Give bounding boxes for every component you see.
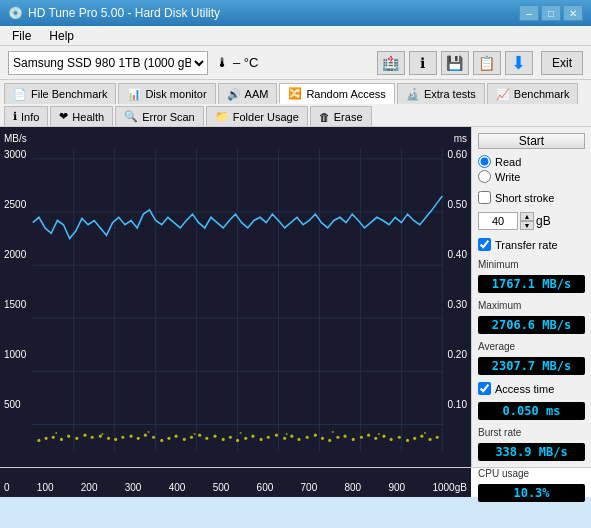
x-label-700: 700 [301, 482, 318, 493]
random-access-icon: 🔀 [288, 87, 302, 100]
bottom-area: 0 100 200 300 400 500 600 700 800 900 10… [0, 467, 591, 497]
icon-health[interactable]: 🏥 [377, 51, 405, 75]
tab-aam[interactable]: 🔊 AAM [218, 83, 278, 104]
svg-point-34 [175, 435, 178, 438]
svg-point-74 [286, 433, 288, 435]
radio-write[interactable] [478, 170, 491, 183]
access-time-checkbox[interactable] [478, 382, 491, 395]
transfer-rate-checkbox[interactable] [478, 238, 491, 251]
x-axis-labels: 0 100 200 300 400 500 600 700 800 900 10… [0, 482, 471, 493]
svg-point-63 [398, 436, 401, 439]
menu-file[interactable]: File [8, 28, 35, 44]
chart-x-axis: 0 100 200 300 400 500 600 700 800 900 10… [0, 468, 471, 497]
svg-point-71 [147, 431, 149, 433]
svg-point-48 [283, 437, 286, 440]
x-label-400: 400 [169, 482, 186, 493]
svg-point-44 [251, 435, 254, 438]
short-stroke-label[interactable]: Short stroke [478, 191, 585, 204]
tab-benchmark[interactable]: 📈 Benchmark [487, 83, 579, 104]
radio-group: Read Write [478, 155, 585, 183]
svg-point-19 [60, 438, 63, 441]
svg-point-72 [194, 433, 196, 435]
svg-point-61 [382, 435, 385, 438]
minimum-label: Minimum [478, 259, 585, 270]
average-label: Average [478, 341, 585, 352]
temp-icon: 🌡 [216, 55, 229, 70]
svg-point-20 [67, 435, 70, 438]
svg-point-30 [144, 434, 147, 437]
aam-icon: 🔊 [227, 88, 241, 101]
svg-point-76 [378, 433, 380, 435]
health-icon: ❤ [59, 110, 68, 123]
right-panel: Start Read Write Short stroke ▲ ▼ gB [471, 127, 591, 467]
svg-point-47 [275, 434, 278, 437]
menu-help[interactable]: Help [45, 28, 78, 44]
icon-info[interactable]: ℹ [409, 51, 437, 75]
title-bar: 💿 HD Tune Pro 5.00 - Hard Disk Utility –… [0, 0, 591, 26]
title-bar-left: 💿 HD Tune Pro 5.00 - Hard Disk Utility [8, 6, 220, 20]
spinner-down[interactable]: ▼ [520, 221, 534, 230]
restore-button[interactable]: □ [541, 5, 561, 21]
transfer-rate-label[interactable]: Transfer rate [478, 238, 585, 251]
svg-point-62 [390, 438, 393, 441]
svg-point-24 [99, 435, 102, 438]
spinner-input[interactable] [478, 212, 518, 230]
spinner-buttons: ▲ ▼ [520, 212, 534, 230]
svg-point-29 [137, 437, 140, 440]
tab-disk-monitor[interactable]: 📊 Disk monitor [118, 83, 215, 104]
tab-extra-tests[interactable]: 🔬 Extra tests [397, 83, 485, 104]
exit-button[interactable]: Exit [541, 51, 583, 75]
title-bar-controls: – □ ✕ [519, 5, 583, 21]
tab-file-benchmark[interactable]: 📄 File Benchmark [4, 83, 116, 104]
svg-point-50 [297, 438, 300, 441]
temp-value: – °C [233, 55, 258, 70]
tab-error-scan[interactable]: 🔍 Error Scan [115, 106, 204, 126]
short-stroke-checkbox[interactable] [478, 191, 491, 204]
svg-point-32 [160, 439, 163, 442]
svg-point-18 [52, 436, 55, 439]
svg-point-59 [367, 434, 370, 437]
main-content: MB/s 3000 2500 2000 1500 1000 500 ms 0.6… [0, 127, 591, 467]
drive-selector[interactable]: Samsung SSD 980 1TB (1000 gB) [8, 51, 208, 75]
tab-erase[interactable]: 🗑 Erase [310, 106, 372, 126]
svg-point-46 [267, 436, 270, 439]
svg-point-41 [229, 436, 232, 439]
svg-point-73 [240, 432, 242, 434]
tab-folder-usage[interactable]: 📁 Folder Usage [206, 106, 308, 126]
svg-point-49 [290, 435, 293, 438]
x-label-600: 600 [257, 482, 274, 493]
chart-area: MB/s 3000 2500 2000 1500 1000 500 ms 0.6… [0, 127, 471, 467]
minimize-button[interactable]: – [519, 5, 539, 21]
radio-read-label[interactable]: Read [478, 155, 585, 168]
svg-point-58 [360, 436, 363, 439]
close-button[interactable]: ✕ [563, 5, 583, 21]
toolbar-icons: 🏥 ℹ 💾 📋 ⬇ [377, 51, 533, 75]
file-benchmark-icon: 📄 [13, 88, 27, 101]
svg-point-23 [91, 436, 94, 439]
svg-point-53 [321, 437, 324, 440]
icon-save[interactable]: 💾 [441, 51, 469, 75]
start-button[interactable]: Start [478, 133, 585, 149]
icon-download[interactable]: ⬇ [505, 51, 533, 75]
tab-info[interactable]: ℹ Info [4, 106, 48, 126]
svg-point-45 [260, 438, 263, 441]
tab-random-access[interactable]: 🔀 Random Access [279, 83, 394, 104]
svg-point-35 [183, 438, 186, 441]
temp-display: 🌡 – °C [216, 55, 258, 70]
disk-monitor-icon: 📊 [127, 88, 141, 101]
radio-write-label[interactable]: Write [478, 170, 585, 183]
svg-point-75 [332, 431, 334, 433]
spinner-unit: gB [536, 214, 551, 228]
svg-point-31 [152, 436, 155, 439]
access-time-label[interactable]: Access time [478, 382, 585, 395]
radio-read[interactable] [478, 155, 491, 168]
spinner-up[interactable]: ▲ [520, 212, 534, 221]
burst-rate-label: Burst rate [478, 427, 585, 438]
x-label-0: 0 [4, 482, 10, 493]
tab-health[interactable]: ❤ Health [50, 106, 113, 126]
info-icon: ℹ [13, 110, 17, 123]
title-bar-title: HD Tune Pro 5.00 - Hard Disk Utility [28, 6, 220, 20]
icon-copy[interactable]: 📋 [473, 51, 501, 75]
svg-point-21 [75, 437, 78, 440]
right-panel-bottom [471, 468, 591, 497]
